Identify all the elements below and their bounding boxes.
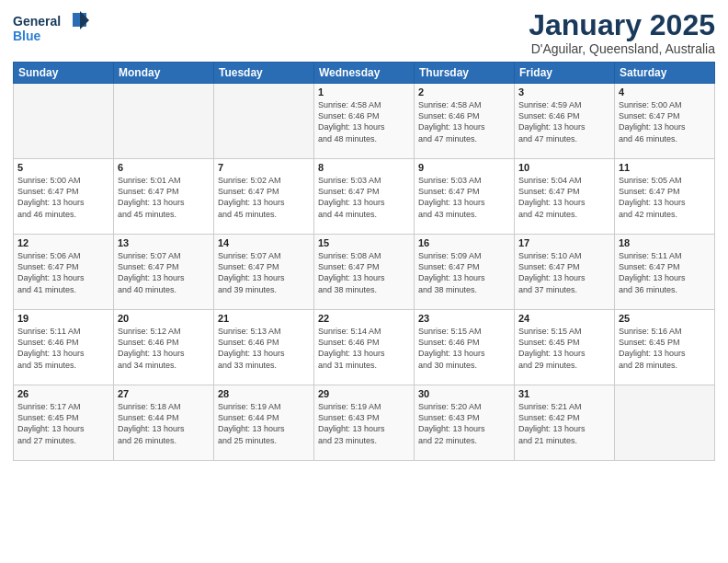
day-info: Sunrise: 5:05 AMSunset: 6:47 PMDaylight:…	[619, 175, 711, 220]
day-cell-3-1: 20Sunrise: 5:12 AMSunset: 6:46 PMDayligh…	[114, 310, 214, 385]
day-info: Sunrise: 5:07 AMSunset: 6:47 PMDaylight:…	[118, 250, 210, 295]
day-info: Sunrise: 5:03 AMSunset: 6:47 PMDaylight:…	[318, 175, 410, 220]
day-info: Sunrise: 5:08 AMSunset: 6:47 PMDaylight:…	[318, 250, 410, 295]
day-number: 30	[418, 388, 510, 399]
day-cell-0-2	[214, 84, 314, 159]
logo-svg: General Blue	[13, 9, 96, 46]
day-number: 21	[218, 313, 310, 324]
day-info: Sunrise: 5:20 AMSunset: 6:43 PMDaylight:…	[418, 401, 510, 446]
day-cell-2-3: 15Sunrise: 5:08 AMSunset: 6:47 PMDayligh…	[314, 235, 415, 310]
day-info: Sunrise: 5:19 AMSunset: 6:43 PMDaylight:…	[318, 401, 410, 446]
day-info: Sunrise: 5:15 AMSunset: 6:45 PMDaylight:…	[518, 326, 610, 371]
day-info: Sunrise: 5:06 AMSunset: 6:47 PMDaylight:…	[17, 250, 109, 295]
svg-text:Blue: Blue	[13, 29, 41, 43]
day-number: 25	[619, 313, 711, 324]
day-number: 22	[318, 313, 410, 324]
day-info: Sunrise: 4:58 AMSunset: 6:46 PMDaylight:…	[318, 99, 410, 144]
calendar-table: Sunday Monday Tuesday Wednesday Thursday…	[13, 62, 715, 461]
day-number: 9	[418, 162, 510, 173]
day-cell-3-5: 24Sunrise: 5:15 AMSunset: 6:45 PMDayligh…	[515, 310, 615, 385]
day-cell-1-4: 9Sunrise: 5:03 AMSunset: 6:47 PMDaylight…	[415, 159, 515, 235]
week-row-1: 1Sunrise: 4:58 AMSunset: 6:46 PMDaylight…	[14, 84, 715, 159]
day-info: Sunrise: 5:02 AMSunset: 6:47 PMDaylight:…	[218, 175, 310, 220]
day-cell-2-0: 12Sunrise: 5:06 AMSunset: 6:47 PMDayligh…	[14, 235, 114, 310]
day-number: 1	[318, 86, 410, 98]
day-info: Sunrise: 5:11 AMSunset: 6:46 PMDaylight:…	[17, 326, 109, 371]
day-cell-3-0: 19Sunrise: 5:11 AMSunset: 6:46 PMDayligh…	[14, 310, 114, 385]
day-number: 13	[118, 237, 210, 248]
day-cell-1-2: 7Sunrise: 5:02 AMSunset: 6:47 PMDaylight…	[214, 159, 314, 235]
day-cell-3-6: 25Sunrise: 5:16 AMSunset: 6:45 PMDayligh…	[615, 310, 715, 385]
day-number: 10	[518, 162, 610, 173]
day-cell-4-6	[615, 385, 715, 461]
day-info: Sunrise: 5:13 AMSunset: 6:46 PMDaylight:…	[218, 326, 310, 371]
day-info: Sunrise: 5:00 AMSunset: 6:47 PMDaylight:…	[619, 99, 711, 144]
day-info: Sunrise: 5:04 AMSunset: 6:47 PMDaylight:…	[518, 175, 610, 220]
day-number: 14	[218, 237, 310, 248]
day-number: 2	[418, 86, 510, 98]
col-monday: Monday	[114, 63, 214, 84]
day-cell-1-5: 10Sunrise: 5:04 AMSunset: 6:47 PMDayligh…	[515, 159, 615, 235]
day-number: 12	[17, 237, 109, 248]
svg-text:General: General	[13, 14, 61, 29]
day-cell-2-4: 16Sunrise: 5:09 AMSunset: 6:47 PMDayligh…	[415, 235, 515, 310]
day-cell-0-0	[14, 84, 114, 159]
day-number: 6	[118, 162, 210, 173]
day-info: Sunrise: 4:58 AMSunset: 6:46 PMDaylight:…	[418, 99, 510, 144]
day-info: Sunrise: 5:01 AMSunset: 6:47 PMDaylight:…	[118, 175, 210, 220]
day-number: 5	[17, 162, 109, 173]
day-cell-2-6: 18Sunrise: 5:11 AMSunset: 6:47 PMDayligh…	[615, 235, 715, 310]
day-info: Sunrise: 5:11 AMSunset: 6:47 PMDaylight:…	[619, 250, 711, 295]
day-cell-0-4: 2Sunrise: 4:58 AMSunset: 6:46 PMDaylight…	[415, 84, 515, 159]
day-number: 19	[17, 313, 109, 324]
header: General Blue January 2025 D'Aguilar, Que…	[13, 9, 715, 56]
day-number: 18	[619, 237, 711, 248]
day-number: 8	[318, 162, 410, 173]
day-cell-4-5: 31Sunrise: 5:21 AMSunset: 6:42 PMDayligh…	[515, 385, 615, 461]
day-cell-4-0: 26Sunrise: 5:17 AMSunset: 6:45 PMDayligh…	[14, 385, 114, 461]
weekday-header-row: Sunday Monday Tuesday Wednesday Thursday…	[14, 63, 715, 84]
day-cell-0-1	[114, 84, 214, 159]
day-info: Sunrise: 5:21 AMSunset: 6:42 PMDaylight:…	[518, 401, 610, 446]
week-row-3: 12Sunrise: 5:06 AMSunset: 6:47 PMDayligh…	[14, 235, 715, 310]
day-cell-1-6: 11Sunrise: 5:05 AMSunset: 6:47 PMDayligh…	[615, 159, 715, 235]
day-cell-0-6: 4Sunrise: 5:00 AMSunset: 6:47 PMDaylight…	[615, 84, 715, 159]
day-info: Sunrise: 5:00 AMSunset: 6:47 PMDaylight:…	[17, 175, 109, 220]
week-row-4: 19Sunrise: 5:11 AMSunset: 6:46 PMDayligh…	[14, 310, 715, 385]
calendar-subtitle: D'Aguilar, Queensland, Australia	[529, 41, 715, 56]
title-area: January 2025 D'Aguilar, Queensland, Aust…	[529, 9, 715, 56]
day-cell-2-1: 13Sunrise: 5:07 AMSunset: 6:47 PMDayligh…	[114, 235, 214, 310]
day-info: Sunrise: 5:15 AMSunset: 6:46 PMDaylight:…	[418, 326, 510, 371]
col-saturday: Saturday	[615, 63, 715, 84]
page: General Blue January 2025 D'Aguilar, Que…	[0, 0, 728, 563]
week-row-5: 26Sunrise: 5:17 AMSunset: 6:45 PMDayligh…	[14, 385, 715, 461]
day-number: 7	[218, 162, 310, 173]
day-number: 28	[218, 388, 310, 399]
day-cell-0-5: 3Sunrise: 4:59 AMSunset: 6:46 PMDaylight…	[515, 84, 615, 159]
col-wednesday: Wednesday	[314, 63, 415, 84]
day-cell-3-4: 23Sunrise: 5:15 AMSunset: 6:46 PMDayligh…	[415, 310, 515, 385]
day-cell-0-3: 1Sunrise: 4:58 AMSunset: 6:46 PMDaylight…	[314, 84, 415, 159]
calendar-title: January 2025	[529, 9, 715, 41]
day-number: 31	[518, 388, 610, 399]
day-number: 23	[418, 313, 510, 324]
col-sunday: Sunday	[14, 63, 114, 84]
day-info: Sunrise: 5:12 AMSunset: 6:46 PMDaylight:…	[118, 326, 210, 371]
day-number: 3	[518, 86, 610, 98]
day-cell-4-3: 29Sunrise: 5:19 AMSunset: 6:43 PMDayligh…	[314, 385, 415, 461]
day-cell-4-1: 27Sunrise: 5:18 AMSunset: 6:44 PMDayligh…	[114, 385, 214, 461]
week-row-2: 5Sunrise: 5:00 AMSunset: 6:47 PMDaylight…	[14, 159, 715, 235]
day-number: 11	[619, 162, 711, 173]
day-number: 15	[318, 237, 410, 248]
day-cell-1-0: 5Sunrise: 5:00 AMSunset: 6:47 PMDaylight…	[14, 159, 114, 235]
col-tuesday: Tuesday	[214, 63, 314, 84]
day-number: 4	[619, 86, 711, 98]
day-info: Sunrise: 5:03 AMSunset: 6:47 PMDaylight:…	[418, 175, 510, 220]
day-cell-4-4: 30Sunrise: 5:20 AMSunset: 6:43 PMDayligh…	[415, 385, 515, 461]
day-number: 26	[17, 388, 109, 399]
day-number: 29	[318, 388, 410, 399]
day-cell-1-3: 8Sunrise: 5:03 AMSunset: 6:47 PMDaylight…	[314, 159, 415, 235]
day-info: Sunrise: 5:16 AMSunset: 6:45 PMDaylight:…	[619, 326, 711, 371]
day-info: Sunrise: 4:59 AMSunset: 6:46 PMDaylight:…	[518, 99, 610, 144]
day-info: Sunrise: 5:10 AMSunset: 6:47 PMDaylight:…	[518, 250, 610, 295]
